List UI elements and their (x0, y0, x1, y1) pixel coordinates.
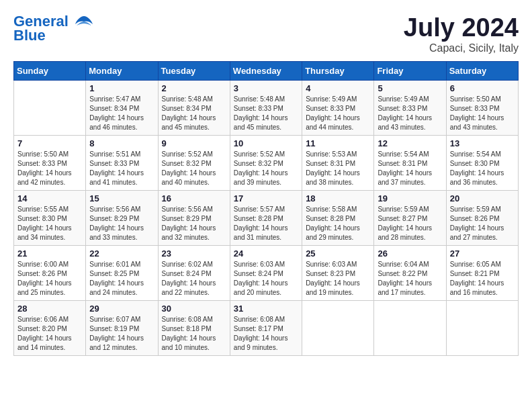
calendar-cell-w3d5: 26Sunrise: 6:04 AM Sunset: 8:22 PM Dayli… (374, 246, 446, 301)
calendar-cell-w4d1: 29Sunrise: 6:07 AM Sunset: 8:19 PM Dayli… (86, 301, 158, 356)
day-number-8: 8 (89, 138, 154, 148)
header-sunday: Sunday (14, 62, 86, 81)
location-subtitle: Capaci, Sicily, Italy (404, 42, 519, 54)
logo: General Blue (13, 13, 94, 44)
calendar-cell-w1d5: 12Sunrise: 5:54 AM Sunset: 8:31 PM Dayli… (374, 136, 446, 191)
calendar-cell-w2d3: 17Sunrise: 5:57 AM Sunset: 8:28 PM Dayli… (230, 191, 302, 246)
day-info-21: Sunrise: 6:00 AM Sunset: 8:26 PM Dayligh… (17, 260, 82, 298)
day-info-4: Sunrise: 5:49 AM Sunset: 8:33 PM Dayligh… (306, 95, 370, 132)
calendar-cell-w2d5: 19Sunrise: 5:59 AM Sunset: 8:27 PM Dayli… (374, 191, 446, 246)
day-info-18: Sunrise: 5:58 AM Sunset: 8:28 PM Dayligh… (306, 205, 370, 242)
header-monday: Monday (86, 62, 158, 81)
day-info-7: Sunrise: 5:50 AM Sunset: 8:33 PM Dayligh… (17, 150, 82, 187)
day-info-19: Sunrise: 5:59 AM Sunset: 8:27 PM Dayligh… (378, 205, 442, 242)
day-number-1: 1 (89, 83, 154, 93)
day-info-14: Sunrise: 5:55 AM Sunset: 8:30 PM Dayligh… (17, 205, 82, 242)
calendar-cell-w0d5: 5Sunrise: 5:49 AM Sunset: 8:33 PM Daylig… (374, 81, 446, 136)
day-number-10: 10 (234, 138, 298, 148)
day-info-24: Sunrise: 6:03 AM Sunset: 8:24 PM Dayligh… (234, 260, 298, 298)
calendar-cell-w0d1: 1Sunrise: 5:47 AM Sunset: 8:34 PM Daylig… (86, 81, 158, 136)
day-number-4: 4 (306, 83, 370, 93)
day-number-21: 21 (17, 248, 82, 259)
day-info-22: Sunrise: 6:01 AM Sunset: 8:25 PM Dayligh… (89, 260, 154, 298)
header-wednesday: Wednesday (230, 62, 302, 81)
days-of-week-row: Sunday Monday Tuesday Wednesday Thursday… (14, 62, 519, 81)
calendar-cell-w3d2: 23Sunrise: 6:02 AM Sunset: 8:24 PM Dayli… (158, 246, 230, 301)
calendar-cell-w1d6: 13Sunrise: 5:54 AM Sunset: 8:30 PM Dayli… (446, 136, 518, 191)
day-info-3: Sunrise: 5:48 AM Sunset: 8:33 PM Dayligh… (234, 95, 298, 132)
calendar-header: Sunday Monday Tuesday Wednesday Thursday… (14, 62, 519, 81)
day-number-23: 23 (162, 248, 226, 259)
day-number-3: 3 (234, 83, 298, 93)
title-block: July 2024 Capaci, Sicily, Italy (404, 13, 519, 54)
day-info-26: Sunrise: 6:04 AM Sunset: 8:22 PM Dayligh… (378, 260, 442, 298)
day-info-5: Sunrise: 5:49 AM Sunset: 8:33 PM Dayligh… (378, 95, 442, 132)
calendar-cell-w4d6 (446, 301, 518, 356)
day-number-11: 11 (306, 138, 370, 148)
calendar-cell-w3d1: 22Sunrise: 6:01 AM Sunset: 8:25 PM Dayli… (86, 246, 158, 301)
calendar-body: 1Sunrise: 5:47 AM Sunset: 8:34 PM Daylig… (14, 81, 519, 356)
calendar-cell-w0d6: 6Sunrise: 5:50 AM Sunset: 8:33 PM Daylig… (446, 81, 518, 136)
calendar-cell-w4d0: 28Sunrise: 6:06 AM Sunset: 8:20 PM Dayli… (14, 301, 86, 356)
calendar-cell-w4d4 (302, 301, 374, 356)
calendar-cell-w3d6: 27Sunrise: 6:05 AM Sunset: 8:21 PM Dayli… (446, 246, 518, 301)
calendar-cell-w4d2: 30Sunrise: 6:08 AM Sunset: 8:18 PM Dayli… (158, 301, 230, 356)
day-number-27: 27 (450, 248, 515, 259)
day-number-15: 15 (89, 193, 154, 203)
day-info-10: Sunrise: 5:52 AM Sunset: 8:32 PM Dayligh… (234, 150, 298, 187)
day-number-7: 7 (17, 138, 82, 148)
day-info-23: Sunrise: 6:02 AM Sunset: 8:24 PM Dayligh… (162, 260, 226, 298)
calendar-cell-w1d0: 7Sunrise: 5:50 AM Sunset: 8:33 PM Daylig… (14, 136, 86, 191)
day-number-24: 24 (234, 248, 298, 259)
calendar-cell-w2d6: 20Sunrise: 5:59 AM Sunset: 8:26 PM Dayli… (446, 191, 518, 246)
calendar-cell-w4d5 (374, 301, 446, 356)
week-row-0: 1Sunrise: 5:47 AM Sunset: 8:34 PM Daylig… (14, 81, 519, 136)
month-year-title: July 2024 (404, 13, 519, 42)
calendar-cell-w0d0 (14, 81, 86, 136)
day-info-13: Sunrise: 5:54 AM Sunset: 8:30 PM Dayligh… (450, 150, 515, 187)
header-thursday: Thursday (302, 62, 374, 81)
day-number-9: 9 (162, 138, 226, 148)
day-number-18: 18 (306, 193, 370, 203)
day-info-6: Sunrise: 5:50 AM Sunset: 8:33 PM Dayligh… (450, 95, 515, 132)
calendar-cell-w1d2: 9Sunrise: 5:52 AM Sunset: 8:32 PM Daylig… (158, 136, 230, 191)
day-number-13: 13 (450, 138, 515, 148)
day-number-22: 22 (89, 248, 154, 259)
day-info-31: Sunrise: 6:08 AM Sunset: 8:17 PM Dayligh… (234, 315, 298, 353)
day-number-25: 25 (306, 248, 370, 259)
day-number-2: 2 (162, 83, 226, 93)
day-number-16: 16 (162, 193, 226, 203)
calendar-cell-w3d4: 25Sunrise: 6:03 AM Sunset: 8:23 PM Dayli… (302, 246, 374, 301)
calendar-cell-w3d0: 21Sunrise: 6:00 AM Sunset: 8:26 PM Dayli… (14, 246, 86, 301)
day-info-17: Sunrise: 5:57 AM Sunset: 8:28 PM Dayligh… (234, 205, 298, 242)
calendar-cell-w2d4: 18Sunrise: 5:58 AM Sunset: 8:28 PM Dayli… (302, 191, 374, 246)
day-number-19: 19 (378, 193, 442, 203)
day-info-9: Sunrise: 5:52 AM Sunset: 8:32 PM Dayligh… (162, 150, 226, 187)
day-info-25: Sunrise: 6:03 AM Sunset: 8:23 PM Dayligh… (306, 260, 370, 298)
week-row-4: 28Sunrise: 6:06 AM Sunset: 8:20 PM Dayli… (14, 301, 519, 356)
day-info-8: Sunrise: 5:51 AM Sunset: 8:33 PM Dayligh… (89, 150, 154, 187)
day-number-5: 5 (378, 83, 442, 93)
day-info-29: Sunrise: 6:07 AM Sunset: 8:19 PM Dayligh… (89, 315, 154, 353)
header-tuesday: Tuesday (158, 62, 230, 81)
calendar-cell-w2d1: 15Sunrise: 5:56 AM Sunset: 8:29 PM Dayli… (86, 191, 158, 246)
calendar-cell-w4d3: 31Sunrise: 6:08 AM Sunset: 8:17 PM Dayli… (230, 301, 302, 356)
day-info-30: Sunrise: 6:08 AM Sunset: 8:18 PM Dayligh… (162, 315, 226, 353)
day-info-27: Sunrise: 6:05 AM Sunset: 8:21 PM Dayligh… (450, 260, 515, 298)
day-number-6: 6 (450, 83, 515, 93)
day-info-11: Sunrise: 5:53 AM Sunset: 8:31 PM Dayligh… (306, 150, 370, 187)
calendar-cell-w1d3: 10Sunrise: 5:52 AM Sunset: 8:32 PM Dayli… (230, 136, 302, 191)
calendar-cell-w1d1: 8Sunrise: 5:51 AM Sunset: 8:33 PM Daylig… (86, 136, 158, 191)
calendar-cell-w0d2: 2Sunrise: 5:48 AM Sunset: 8:34 PM Daylig… (158, 81, 230, 136)
day-info-28: Sunrise: 6:06 AM Sunset: 8:20 PM Dayligh… (17, 315, 82, 353)
calendar-cell-w3d3: 24Sunrise: 6:03 AM Sunset: 8:24 PM Dayli… (230, 246, 302, 301)
day-number-20: 20 (450, 193, 515, 203)
day-number-14: 14 (17, 193, 82, 203)
day-number-31: 31 (234, 304, 298, 314)
day-number-26: 26 (378, 248, 442, 259)
day-number-12: 12 (378, 138, 442, 148)
header-friday: Friday (374, 62, 446, 81)
calendar-table: Sunday Monday Tuesday Wednesday Thursday… (13, 61, 519, 356)
day-number-17: 17 (234, 193, 298, 203)
day-info-1: Sunrise: 5:47 AM Sunset: 8:34 PM Dayligh… (89, 95, 154, 132)
